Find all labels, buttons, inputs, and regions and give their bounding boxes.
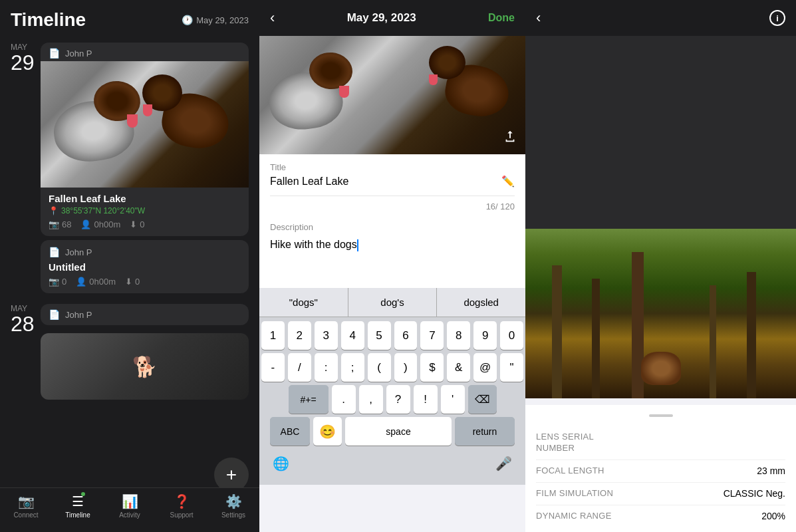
- key-rparen[interactable]: ): [394, 353, 418, 382]
- key-abc[interactable]: ABC: [270, 417, 310, 446]
- key-apostrophe[interactable]: ': [441, 385, 465, 414]
- title-label: Title: [270, 162, 515, 172]
- edit-photo-dogs: [259, 36, 525, 154]
- meta-lens-serial: Lens Serial Number: [536, 426, 785, 460]
- key-mic[interactable]: 🎤: [489, 449, 518, 477]
- key-semicolon[interactable]: ;: [341, 353, 364, 382]
- edit-photo-area: [259, 36, 525, 154]
- key-ampersand[interactable]: &: [447, 353, 470, 382]
- detail-back-button[interactable]: ‹: [536, 9, 541, 27]
- photo-placeholder: 🐕: [132, 355, 157, 378]
- film-sim-value: CLASSIC Neg.: [724, 488, 785, 499]
- key-0[interactable]: 0: [500, 321, 523, 350]
- support-icon-wrap: ❓: [174, 493, 190, 509]
- key-1[interactable]: 1: [261, 321, 285, 350]
- clock-icon: 🕐: [182, 15, 193, 25]
- key-5[interactable]: 5: [368, 321, 391, 350]
- text-cursor: [357, 239, 358, 251]
- key-comma[interactable]: ,: [359, 385, 383, 414]
- meta-info-sheet: Lens Serial Number Focal Length 23 mm FI…: [525, 405, 796, 532]
- key-at[interactable]: @: [473, 353, 497, 382]
- entry-card-fallen-leaf[interactable]: 📄 John P: [41, 43, 249, 236]
- key-question[interactable]: ?: [386, 385, 410, 414]
- connect-label: Connect: [13, 511, 38, 519]
- film-sim-label: FILM SIMULATION: [536, 488, 613, 499]
- edit-pencil-icon[interactable]: ✏️: [501, 175, 515, 188]
- stat-photos-2: 📷 0: [49, 277, 66, 287]
- entry-card-may28[interactable]: 📄 John P: [41, 304, 249, 325]
- active-dot: [81, 492, 85, 496]
- entry-photo-dogs: [41, 61, 249, 188]
- date-section-may29: May 29 📄 John P: [0, 37, 259, 299]
- stat-downloads-2: ⬇ 0: [125, 277, 140, 287]
- autocomplete-dogs-quoted[interactable]: "dogs": [259, 288, 348, 317]
- timeline-scroll[interactable]: May 29 📄 John P: [0, 37, 259, 532]
- key-return[interactable]: return: [455, 417, 515, 446]
- location-text: 38°55'37"N 120°2'40"W: [61, 206, 145, 215]
- autocomplete-dogs-possessive[interactable]: dog's: [348, 288, 438, 317]
- key-9[interactable]: 9: [473, 321, 497, 350]
- focal-length-value: 23 mm: [757, 466, 785, 476]
- key-hashplus[interactable]: #+=: [289, 385, 329, 414]
- download-count-2: 0: [135, 277, 140, 287]
- tree-1: [552, 265, 562, 398]
- key-exclaim[interactable]: !: [414, 385, 438, 414]
- nav-connect[interactable]: 📷 Connect: [6, 493, 46, 519]
- key-slash[interactable]: /: [288, 353, 311, 382]
- entry-title-untitled: Untitled: [49, 261, 241, 273]
- timeline-title: Timeline: [11, 9, 86, 31]
- detail-forest-photo: [525, 229, 796, 398]
- detail-panel: ‹ i Lens Serial Number Focal Length 23 m…: [525, 0, 796, 532]
- key-6[interactable]: 6: [394, 321, 418, 350]
- pin-icon: 📍: [49, 206, 59, 215]
- plus-icon: +: [226, 466, 237, 484]
- entry-info: Fallen Leaf Lake 📍 38°55'37"N 120°2'40"W…: [41, 188, 249, 236]
- key-colon[interactable]: :: [315, 353, 338, 382]
- autocomplete-bar: "dogs" dog's dogsled: [259, 288, 525, 317]
- key-lparen[interactable]: (: [368, 353, 391, 382]
- meta-focal-length: Focal Length 23 mm: [536, 460, 785, 483]
- edit-back-button[interactable]: ‹: [270, 9, 275, 27]
- description-input-area[interactable]: Hike with the dogs: [259, 235, 525, 288]
- key-2[interactable]: 2: [288, 321, 311, 350]
- day-label: 29: [11, 52, 41, 73]
- char-count: 16/ 120: [270, 196, 515, 214]
- edit-done-button[interactable]: Done: [488, 12, 515, 24]
- key-dollar[interactable]: $: [420, 353, 444, 382]
- nav-activity[interactable]: 📊 Activity: [110, 493, 150, 519]
- key-emoji[interactable]: 😊: [313, 417, 342, 446]
- title-value-row: Fallen Leaf Lake ✏️: [270, 175, 515, 188]
- entry-name: Fallen Leaf Lake: [49, 193, 241, 204]
- date-label-29: May 29: [11, 43, 41, 293]
- timeline-header: Timeline 🕐 May 29, 2023: [0, 0, 259, 37]
- info-button[interactable]: i: [769, 10, 785, 26]
- key-globe[interactable]: 🌐: [267, 449, 295, 477]
- key-4[interactable]: 4: [341, 321, 364, 350]
- edit-tongue2: [429, 74, 438, 85]
- key-quote[interactable]: ": [500, 353, 523, 382]
- entry-photo-may28[interactable]: 🐕: [41, 333, 249, 400]
- key-7[interactable]: 7: [420, 321, 444, 350]
- key-delete[interactable]: ⌫: [468, 385, 497, 414]
- entry-card-untitled[interactable]: 📄 John P Untitled 📷 0 👤 0h00m: [41, 240, 249, 293]
- key-8[interactable]: 8: [447, 321, 470, 350]
- share-button[interactable]: [503, 130, 517, 148]
- stat-photos: 📷 68: [49, 219, 71, 229]
- tree-2: [592, 279, 600, 398]
- nav-timeline[interactable]: ☰ Timeline: [58, 493, 98, 519]
- key-space[interactable]: space: [345, 417, 452, 446]
- edit-form: Title Fallen Leaf Lake ✏️: [259, 154, 525, 196]
- edit-date-title: May 29, 2023: [347, 11, 416, 25]
- key-3[interactable]: 3: [315, 321, 338, 350]
- forest-background: [525, 229, 796, 398]
- key-dash[interactable]: -: [261, 353, 285, 382]
- nav-support[interactable]: ❓ Support: [162, 493, 201, 519]
- person-icon-2: 👤: [76, 277, 86, 287]
- edit-header: ‹ May 29, 2023 Done: [259, 0, 525, 36]
- nav-settings[interactable]: ⚙️ Settings: [213, 493, 253, 519]
- on-screen-keyboard: 1 2 3 4 5 6 7 8 9 0 - / : ; ( ) $ & @ " …: [259, 317, 525, 485]
- autocomplete-dogsled[interactable]: dogsled: [437, 288, 525, 317]
- date-entries-29: 📄 John P: [41, 43, 249, 293]
- timeline-date-display: 🕐 May 29, 2023: [182, 15, 249, 25]
- key-period[interactable]: .: [332, 385, 356, 414]
